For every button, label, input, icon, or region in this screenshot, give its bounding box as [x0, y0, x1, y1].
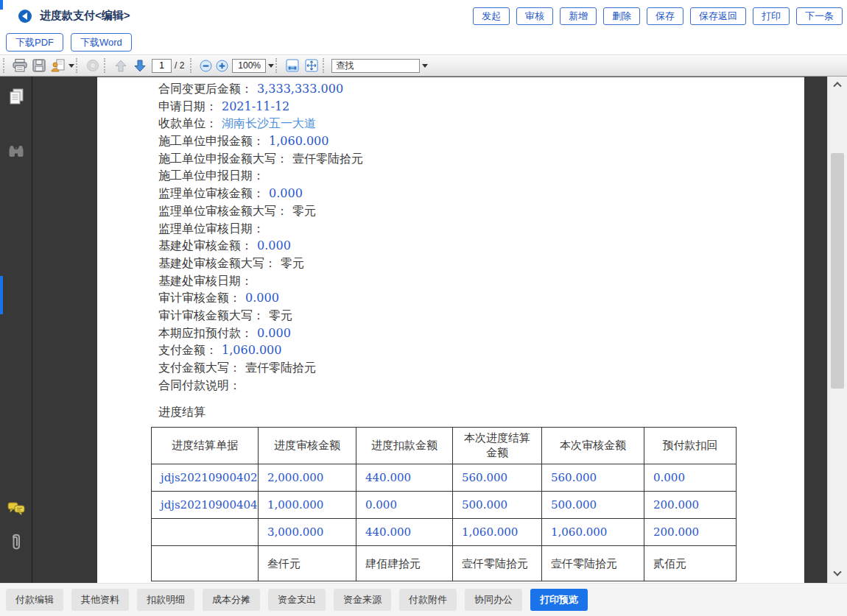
- header-action-button[interactable]: 发起: [473, 7, 510, 25]
- header-action-button[interactable]: 保存: [647, 7, 683, 25]
- table-cell: 壹仟零陆拾元: [542, 546, 644, 581]
- table-cell: 1,060.000: [542, 519, 644, 546]
- download-button[interactable]: 下载Word: [71, 33, 132, 52]
- export-dropdown-caret[interactable]: [68, 64, 74, 68]
- fit-width-icon: [286, 59, 299, 72]
- table-cell: 壹仟零陆拾元: [453, 546, 542, 581]
- save-button[interactable]: [29, 57, 49, 74]
- paperclip-icon: [8, 531, 24, 552]
- zoom-in-button[interactable]: [214, 57, 230, 74]
- table-cell: 3,000.000: [259, 519, 356, 546]
- scrollbar-up-button[interactable]: [828, 78, 847, 90]
- tab-button[interactable]: 资金来源: [334, 589, 391, 611]
- table-cell: 560.000: [453, 464, 542, 492]
- table-cell: 560.000: [542, 464, 644, 492]
- document-line: 监理单位审核日期：: [158, 220, 804, 238]
- document-line: 基建处审核金额：0.000: [158, 237, 804, 255]
- field-label: 施工单位申报日期：: [158, 169, 264, 183]
- download-button[interactable]: 下载PDF: [6, 33, 63, 52]
- pdf-page: 合同变更后金额：3,333,333.000申请日期：2021-11-12收款单位…: [97, 77, 804, 583]
- field-value: 0.000: [257, 238, 291, 252]
- field-value: 3,333,333.000: [257, 82, 343, 96]
- back-button[interactable]: [18, 10, 32, 23]
- field-label: 审计审核金额：: [158, 291, 241, 305]
- page-down-button[interactable]: [130, 57, 150, 74]
- document-line: 审计审核金额大写：零元: [158, 307, 804, 325]
- document-line: 收款单位：湖南长沙五一大道: [158, 115, 804, 132]
- document-lines: 合同变更后金额：3,333,333.000申请日期：2021-11-12收款单位…: [158, 80, 804, 394]
- table-row: jdjs202109004041,000.0000.000500.000500.…: [152, 492, 737, 519]
- field-label: 监理单位审核金额大写：: [158, 204, 288, 218]
- field-label: 施工单位申报金额大写：: [158, 152, 288, 166]
- table-row: 3,000.000440.0001,060.0001,060.000200.00…: [152, 519, 737, 546]
- table-header-cell: 进度扣款金额: [356, 428, 453, 464]
- field-label: 施工单位申报金额：: [158, 134, 264, 148]
- table-cell: 200.000: [644, 492, 737, 519]
- zoom-out-button[interactable]: [197, 57, 214, 74]
- document-line: 申请日期：2021-11-12: [158, 98, 804, 116]
- print-icon: [13, 59, 27, 72]
- fit-page-button[interactable]: [302, 57, 321, 74]
- header-action-button[interactable]: 下一条: [796, 7, 843, 25]
- tab-button[interactable]: 扣款明细: [137, 589, 194, 611]
- page-title: 进度款支付<编辑>: [40, 9, 130, 23]
- field-label: 监理单位审核日期：: [158, 222, 264, 236]
- vertical-scrollbar[interactable]: [827, 77, 847, 583]
- tab-active-button[interactable]: 打印预览: [530, 589, 588, 611]
- document-line: 基建处审核日期：: [158, 272, 804, 290]
- table-cell: 1,000.000: [259, 492, 356, 519]
- zoom-dropdown-caret[interactable]: [268, 64, 274, 68]
- tab-button[interactable]: 成本分摊: [203, 589, 260, 611]
- document-line: 合同付款说明：: [158, 377, 804, 394]
- tab-button[interactable]: 付款附件: [399, 589, 457, 611]
- fit-page-icon: [305, 59, 318, 72]
- page-count-label: / 2: [175, 60, 184, 71]
- table-cell: [152, 546, 259, 581]
- print-button[interactable]: [10, 57, 29, 74]
- header-action-button[interactable]: 删除: [603, 7, 640, 25]
- header-action-button[interactable]: 新增: [560, 7, 597, 25]
- binoculars-search-icon: [7, 144, 25, 159]
- table-cell: 叁仟元: [259, 546, 356, 581]
- tab-button[interactable]: 资金支出: [268, 589, 326, 611]
- scrollbar-down-button[interactable]: [828, 568, 847, 580]
- search-panel-button[interactable]: [6, 141, 27, 162]
- fit-width-button[interactable]: [283, 57, 302, 74]
- tab-button[interactable]: 其他资料: [71, 589, 129, 611]
- header-action-button[interactable]: 保存返回: [690, 7, 746, 25]
- field-value[interactable]: 湖南长沙五一大道: [222, 116, 316, 130]
- pages-panel-button[interactable]: [6, 87, 27, 107]
- table-cell: [152, 519, 259, 546]
- comments-panel-button[interactable]: [6, 499, 27, 520]
- scrollbar-thumb[interactable]: [831, 153, 844, 389]
- settlement-table-header-row: 进度结算单据进度审核金额进度扣款金额本次进度结算金额本次审核金额预付款扣回: [152, 428, 737, 464]
- pages-icon: [7, 88, 25, 107]
- pdf-viewer: 合同变更后金额：3,333,333.000申请日期：2021-11-12收款单位…: [0, 77, 847, 583]
- document-content: 合同变更后金额：3,333,333.000申请日期：2021-11-12收款单位…: [97, 77, 804, 581]
- toolbar-grip: [323, 58, 327, 73]
- viewer-sidebar: [0, 77, 32, 583]
- find-dropdown-caret[interactable]: [422, 64, 428, 68]
- field-label: 收款单位：: [158, 116, 217, 130]
- page-number-input[interactable]: [152, 59, 172, 73]
- tab-button[interactable]: 协同办公: [465, 589, 522, 611]
- find-input[interactable]: [331, 59, 420, 73]
- tab-button[interactable]: 付款编辑: [6, 589, 63, 611]
- document-line: 施工单位申报金额：1,060.000: [158, 132, 804, 150]
- zoom-level-value[interactable]: 100%: [232, 59, 266, 73]
- attachments-panel-button[interactable]: [6, 531, 27, 552]
- field-label: 支付金额：: [158, 343, 217, 357]
- header-action-button[interactable]: 打印: [753, 7, 790, 25]
- document-line: 监理单位审核金额大写：零元: [158, 202, 804, 220]
- toolbar-grip: [76, 58, 80, 73]
- export-button[interactable]: [49, 57, 68, 74]
- chevron-down-icon: [833, 568, 841, 576]
- page-up-button: [111, 57, 130, 74]
- table-header-cell: 本次进度结算金额: [453, 428, 542, 464]
- toolbar-grip: [190, 58, 194, 73]
- field-value: 零元: [281, 256, 304, 270]
- field-label: 审计审核金额大写：: [158, 308, 264, 322]
- header-action-button[interactable]: 审核: [516, 7, 553, 25]
- corner-accent: [0, 0, 3, 10]
- field-label: 合同变更后金额：: [158, 82, 253, 96]
